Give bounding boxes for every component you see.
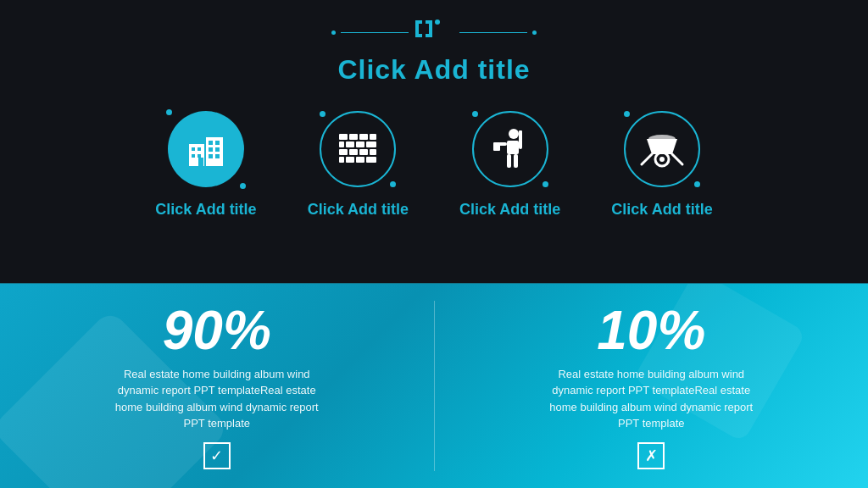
- svg-rect-16: [198, 147, 201, 151]
- cross-icon[interactable]: ✗: [637, 442, 665, 469]
- svg-rect-26: [356, 141, 364, 147]
- card-3-dot-br: [542, 181, 548, 187]
- svg-rect-32: [339, 157, 344, 163]
- svg-rect-40: [507, 154, 511, 168]
- stat-1-checkbox-row: ✓: [203, 442, 231, 469]
- svg-rect-30: [359, 149, 368, 155]
- svg-point-48: [648, 135, 676, 143]
- card-2-label[interactable]: Click Add title: [308, 201, 409, 219]
- svg-rect-18: [198, 154, 201, 158]
- check-icon[interactable]: ✓: [203, 442, 231, 469]
- card-4-dot-br: [694, 181, 700, 187]
- svg-rect-34: [356, 157, 364, 163]
- svg-point-36: [509, 129, 519, 139]
- cards-row: Click Add title: [121, 111, 746, 219]
- worker-icon: [490, 127, 531, 171]
- deco-line-left: [341, 32, 409, 33]
- deco-dot-left: [331, 30, 336, 35]
- svg-rect-19: [198, 158, 203, 166]
- card-3-icon-circle: [472, 111, 548, 187]
- svg-rect-43: [519, 130, 522, 141]
- svg-rect-39: [493, 142, 500, 151]
- svg-rect-0: [415, 20, 422, 24]
- stat-2-checkbox-row: ✗: [637, 442, 665, 469]
- svg-rect-14: [215, 154, 220, 158]
- card-4-dot-tl: [624, 111, 630, 117]
- svg-rect-31: [370, 149, 376, 155]
- bricks-icon: [337, 132, 378, 166]
- card-3: Click Add title: [459, 111, 560, 219]
- card-1-dot-br: [240, 183, 246, 189]
- svg-rect-17: [192, 154, 195, 158]
- svg-line-44: [642, 154, 652, 164]
- svg-rect-21: [349, 134, 358, 140]
- header-decoration: [331, 17, 537, 47]
- svg-rect-20: [339, 134, 348, 140]
- svg-rect-33: [346, 157, 354, 163]
- card-4-icon-circle: [624, 111, 700, 187]
- svg-rect-28: [339, 149, 348, 155]
- card-2-dot-tl: [320, 111, 326, 117]
- number-icon: [414, 17, 454, 47]
- stat-2-percent: 10%: [597, 303, 705, 358]
- svg-rect-5: [426, 34, 432, 37]
- svg-point-47: [659, 157, 665, 162]
- svg-rect-25: [346, 141, 354, 147]
- deco-line-right: [459, 32, 527, 33]
- svg-rect-4: [429, 24, 432, 34]
- card-1-label[interactable]: Click Add title: [155, 201, 256, 219]
- card-3-label[interactable]: Click Add title: [459, 201, 560, 219]
- svg-rect-22: [359, 134, 368, 140]
- card-4-label[interactable]: Click Add title: [611, 201, 712, 219]
- card-2-icon-circle: [320, 111, 396, 187]
- wheelbarrow-icon: [638, 130, 686, 168]
- stat-2-desc: Real estate home building album wind dyn…: [541, 366, 761, 432]
- svg-rect-29: [349, 149, 358, 155]
- svg-rect-3: [426, 20, 432, 24]
- svg-rect-15: [192, 147, 195, 151]
- card-1-dot-tl: [166, 109, 172, 115]
- stat-block-2: 10% Real estate home building album wind…: [435, 284, 869, 488]
- svg-rect-23: [370, 134, 376, 140]
- svg-line-45: [672, 154, 682, 164]
- svg-rect-9: [209, 141, 213, 145]
- svg-rect-35: [366, 157, 376, 163]
- svg-rect-11: [209, 147, 213, 152]
- card-2-dot-br: [390, 181, 396, 187]
- stat-1-desc: Real estate home building album wind dyn…: [107, 366, 327, 432]
- building-icon: [186, 129, 226, 169]
- svg-rect-2: [415, 34, 422, 37]
- bottom-section: 90% Real estate home building album wind…: [0, 284, 868, 488]
- svg-rect-12: [215, 147, 220, 152]
- svg-rect-41: [514, 154, 518, 168]
- svg-rect-13: [209, 154, 213, 158]
- svg-rect-24: [339, 141, 344, 147]
- card-3-dot-tl: [472, 111, 478, 117]
- deco-dot-right: [532, 30, 537, 35]
- svg-point-6: [435, 19, 440, 25]
- card-1: Click Add title: [155, 111, 256, 219]
- svg-rect-1: [415, 24, 419, 34]
- card-4: Click Add title: [611, 111, 712, 219]
- page-title[interactable]: Click Add title: [337, 54, 530, 86]
- svg-rect-37: [507, 141, 519, 154]
- stat-block-1: 90% Real estate home building album wind…: [0, 284, 434, 488]
- top-section: Click Add title: [0, 0, 868, 284]
- card-1-icon-circle: [168, 111, 244, 187]
- svg-rect-10: [215, 141, 220, 145]
- header-area: Click Add title: [331, 17, 537, 86]
- stat-1-percent: 90%: [163, 303, 271, 358]
- svg-rect-27: [366, 141, 376, 147]
- card-2: Click Add title: [308, 111, 409, 219]
